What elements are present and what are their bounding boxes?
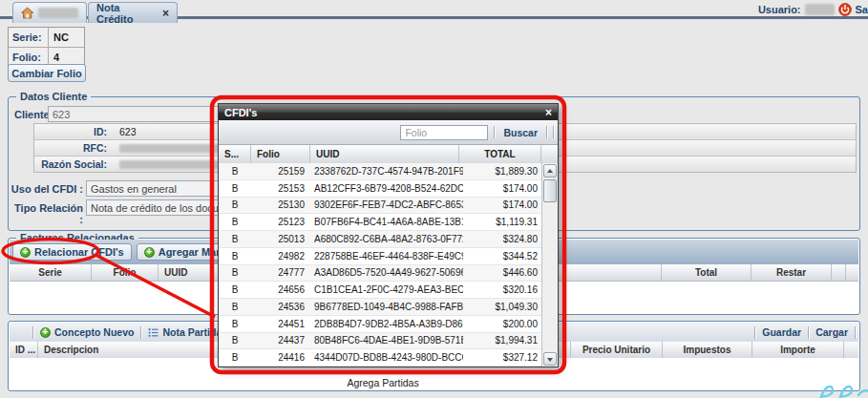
cfdi-serie: B xyxy=(219,166,251,177)
col-folio: Folio xyxy=(251,145,310,163)
nota-partida-label: Nota Partida xyxy=(162,326,222,338)
cfdi-total: $174.00 xyxy=(463,199,541,210)
logout-icon[interactable] xyxy=(838,3,852,16)
cfdi-uuid: 9B6778ED-1049-4B4C-9988-FAFBAA07C65F xyxy=(305,302,463,312)
agrega-partidas-label: Agrega Partidas xyxy=(9,377,757,388)
cfdi-row[interactable]: B 24656 C1B1CEA1-2F0C-4279-AEA3-BECB7DAE… xyxy=(219,282,541,299)
tipo-relacion-label: Tipo Relación : xyxy=(9,202,83,225)
cfdi-uuid: C1B1CEA1-2F0C-4279-AEA3-BECB7DAE95BF xyxy=(305,284,463,295)
scroll-down-icon[interactable] xyxy=(543,352,557,366)
col-folio: Folio xyxy=(92,264,159,281)
cfdis-table-body: B 25159 2338762D-737C-4574-947B-201F9086… xyxy=(219,163,541,367)
redacted-tab-label xyxy=(38,8,78,18)
cfdi-folio: 24536 xyxy=(251,302,305,312)
plus-icon xyxy=(20,247,31,258)
cfdi-row[interactable]: B 24777 A3AD86D5-7520-4A49-9627-506965CD… xyxy=(219,265,541,283)
tab-nota-credito[interactable]: Nota Crédito × xyxy=(88,2,178,23)
cfdi-row[interactable]: B 24437 80B48FC6-4DAE-4BE1-9D9B-571BAD4A… xyxy=(219,333,541,350)
separator xyxy=(553,126,554,138)
cfdi-folio: 25159 xyxy=(251,166,305,177)
cfdi-total: $327.12 xyxy=(463,352,541,363)
col-precio-unitario: Precio Unitario xyxy=(571,342,663,358)
cfdi-folio: 24982 xyxy=(251,251,305,262)
cfdi-row[interactable]: B 24982 228758BE-46EF-4464-838F-E49C944C… xyxy=(219,248,541,265)
cfdi-serie: B xyxy=(219,183,251,194)
cambiar-folio-button[interactable]: Cambiar Folio xyxy=(8,64,86,82)
cfdi-serie: B xyxy=(219,234,251,244)
cfdi-folio: 24777 xyxy=(251,267,305,278)
col-total: Total xyxy=(662,264,752,281)
scroll-up-icon[interactable] xyxy=(543,164,557,178)
relacionar-cfdis-label: Relacionar CFDI's xyxy=(34,246,124,258)
tab-home[interactable] xyxy=(12,2,87,23)
cfdi-serie: B xyxy=(219,302,251,312)
user-area: Usuario: Sa xyxy=(758,2,868,16)
cargar-button[interactable]: Cargar xyxy=(809,323,855,342)
serie-row: Serie: NC xyxy=(9,28,84,48)
cfdi-uuid: A3AD86D5-7520-4A49-9627-506965CD0894 xyxy=(305,267,463,278)
modal-title: CFDI's xyxy=(224,107,257,118)
cfdi-serie: B xyxy=(219,335,251,346)
cfdis-modal: CFDI's × Buscar S... Folio UUID TOTAL B … xyxy=(218,103,559,367)
cfdi-row[interactable]: B 25013 A680C892-C6BA-48A2-8763-0F772C50… xyxy=(219,231,541,248)
concepto-nuevo-label: Concepto Nuevo xyxy=(54,326,134,338)
id-value: 623 xyxy=(112,126,137,137)
cfdi-row[interactable]: B 24536 9B6778ED-1049-4B4C-9988-FAFBAA07… xyxy=(219,299,541,316)
cfdi-uuid: 80B48FC6-4DAE-4BE1-9D9B-571BAD4A2D97 xyxy=(305,335,463,346)
cfdi-serie: B xyxy=(219,199,251,210)
cfdi-folio: 25130 xyxy=(251,199,305,210)
cfdi-folio: 25123 xyxy=(251,217,305,227)
modal-scrollbar[interactable] xyxy=(541,163,558,367)
col-s: S... xyxy=(219,145,251,163)
tab-label: Nota Crédito xyxy=(96,2,156,25)
col-extra-1 xyxy=(832,264,846,281)
guardar-button[interactable]: Guardar xyxy=(755,323,808,342)
cfdi-uuid: 2DB8B4D7-9DB2-4B5A-A3B9-D868B4933318 xyxy=(305,319,463,329)
col-restar: Restar xyxy=(752,264,832,281)
datos-cliente-title: Datos Cliente xyxy=(16,91,91,103)
cfdi-folio: 25013 xyxy=(251,234,305,244)
cfdi-row[interactable]: B 24451 2DB8B4D7-9DB2-4B5A-A3B9-D868B493… xyxy=(219,316,541,333)
cfdi-row[interactable]: B 25130 9302EF6F-FEB7-4DC2-ABFC-86533353… xyxy=(219,198,541,215)
cfdi-uuid: B07FB6F4-BC41-4A6A-8ABE-13B1445FE2D0 xyxy=(305,217,463,227)
relacionar-cfdis-button[interactable]: Relacionar CFDI's xyxy=(12,243,132,261)
logout-label[interactable]: Sa xyxy=(856,4,868,15)
scrollbar-thumb[interactable] xyxy=(543,179,557,202)
user-label: Usuario: xyxy=(758,4,801,15)
cfdi-uuid: A680C892-C6BA-48A2-8763-0F772C501C89 xyxy=(305,234,463,244)
cfdi-uuid: 4344D07D-BD8B-4243-980D-BCCC2D8D6009 xyxy=(305,352,463,363)
plus-icon xyxy=(40,327,51,338)
cfdi-uuid: 2338762D-737C-4574-947B-201F9086C77E xyxy=(305,166,463,177)
cfdi-uuid: 9302EF6F-FEB7-4DC2-ABFC-86533353B365 xyxy=(305,199,463,210)
app-window: Nota Crédito × Usuario: Sa Serie: NC Fol… xyxy=(0,0,868,398)
cfdi-total: $174.00 xyxy=(463,183,541,194)
concepto-nuevo-button[interactable]: Concepto Nuevo xyxy=(33,323,140,342)
cfdi-row[interactable]: B 25159 2338762D-737C-4574-947B-201F9086… xyxy=(219,163,541,180)
cfdi-row[interactable]: B 24416 4344D07D-BD8B-4243-980D-BCCC2D8D… xyxy=(219,349,541,367)
cfdi-row[interactable]: B 25123 B07FB6F4-BC41-4A6A-8ABE-13B1445F… xyxy=(219,214,541,231)
cfdi-total: $1,049.30 xyxy=(463,302,541,312)
razon-social-label: Razón Social: xyxy=(34,158,112,170)
col-total: TOTAL xyxy=(459,145,541,163)
cfdi-folio: 24416 xyxy=(251,352,305,363)
close-tab-icon[interactable]: × xyxy=(162,9,169,18)
modal-close-icon[interactable]: × xyxy=(545,107,552,118)
col-serie: Serie xyxy=(10,264,92,281)
cfdi-total: $446.60 xyxy=(463,267,541,278)
nota-partida-button[interactable]: Nota Partida xyxy=(141,323,228,342)
buscar-button[interactable]: Buscar xyxy=(500,120,540,144)
modal-titlebar[interactable]: CFDI's × xyxy=(219,104,558,120)
cfdi-total: $1,994.31 xyxy=(463,335,541,346)
cfdi-row[interactable]: B 25153 AB12CFF3-6B79-4208-B524-62DCDB78… xyxy=(219,180,541,198)
cfdi-uuid: 228758BE-46EF-4464-838F-E49C944CE107 xyxy=(305,251,463,262)
folio-search-input[interactable] xyxy=(400,125,488,140)
cfdi-serie: B xyxy=(219,319,251,329)
serie-folio-box: Serie: NC Folio: 4 xyxy=(8,27,85,67)
cfdi-total: $324.80 xyxy=(463,234,541,244)
col-extra-2 xyxy=(846,264,858,281)
redacted-rfc xyxy=(119,144,232,153)
rfc-label: RFC: xyxy=(34,142,112,154)
cfdi-folio: 24451 xyxy=(251,319,305,329)
col-scroll-spacer xyxy=(541,145,558,163)
cfdi-total: $320.16 xyxy=(463,284,541,295)
